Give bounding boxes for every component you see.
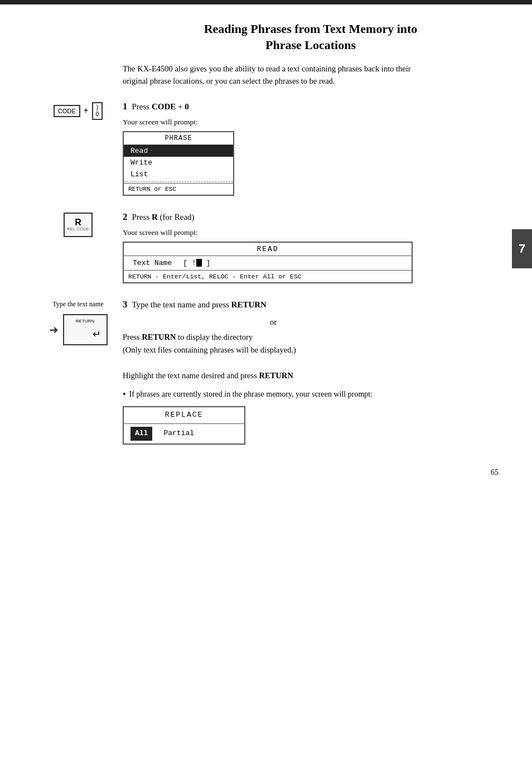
- phrase-screen-footer: RETURN or ESC: [124, 183, 233, 195]
- step-number-2: 2: [123, 211, 128, 223]
- page-container: Reading Phrases from Text Memory into Ph…: [0, 4, 532, 494]
- read-screen-footer: RETURN - Enter/List, RELOC - Enter All o…: [124, 270, 412, 282]
- zero-key: ) 0: [92, 102, 103, 120]
- step-2-title: 2 Press R (for Read): [123, 211, 499, 223]
- step-3-block: Type the text name ➜ RETURN ↵ 3 Type the…: [33, 299, 499, 445]
- replace-all-option: All: [130, 427, 152, 441]
- step-2-icon-area: R REL CODE: [33, 211, 123, 237]
- phrase-row-write: Write: [124, 157, 233, 168]
- r-key: R REL CODE: [64, 213, 93, 237]
- highlight-text: Highlight the text name desired and pres…: [123, 369, 424, 382]
- cursor-block: [196, 259, 202, 267]
- step-3-extra: or Press RETURN to display the directory…: [123, 316, 424, 445]
- replace-screen-title: REPLACE: [124, 407, 244, 424]
- replace-row: All Partial: [124, 424, 244, 444]
- step-1-content: 1 Press CODE + 0 Your screen will prompt…: [123, 101, 499, 196]
- step-number-1: 1: [123, 101, 128, 112]
- step-1-screen-prompt: Your screen will prompt:: [123, 118, 499, 127]
- arrow-right-icon: ➜: [49, 323, 59, 336]
- read-screen-title: READ: [124, 243, 412, 256]
- step-number-3: 3: [123, 299, 128, 310]
- phrase-screen-title: PHRASE: [124, 132, 233, 145]
- step-2-screen-prompt: Your screen will prompt:: [123, 228, 499, 237]
- page-title: Reading Phrases from Text Memory into Ph…: [123, 21, 499, 53]
- step-1-icon-area: CODE + ) 0: [33, 101, 123, 120]
- read-screen-row: Text Name [ ! ]: [124, 256, 412, 270]
- step-3-content: 3 Type the text name and press RETURN or…: [123, 299, 499, 445]
- code-key-combo: CODE + ) 0: [54, 102, 103, 120]
- text-name-label: Text Name: [133, 259, 172, 267]
- page-number: 65: [491, 468, 499, 477]
- chapter-tab: 7: [512, 229, 532, 268]
- step-1-block: CODE + ) 0 1 Press CODE + 0 Your screen …: [33, 101, 499, 196]
- replace-screen: REPLACE All Partial: [123, 406, 245, 445]
- read-field: [ ! ]: [183, 259, 210, 267]
- bullet-dot: •: [123, 388, 126, 401]
- replace-partial-option: Partial: [163, 428, 194, 440]
- step-2-block: R REL CODE 2 Press R (for Read) Your scr…: [33, 211, 499, 283]
- code-key: CODE: [54, 105, 80, 117]
- step-3-title: 3 Type the text name and press RETURN: [123, 299, 499, 310]
- phrase-row-list: List: [124, 168, 233, 180]
- read-screen: READ Text Name [ ! ] RETURN - Enter/List…: [123, 242, 413, 283]
- bullet-item: • If phrases are currently stored in the…: [123, 388, 424, 401]
- phrase-screen: PHRASE Read Write List RETURN or ESC: [123, 131, 234, 196]
- return-key-area: ➜ RETURN ↵: [49, 314, 108, 345]
- press-return-text: Press RETURN to display the directory (O…: [123, 331, 424, 356]
- top-bar: [0, 0, 532, 4]
- phrase-row-read: Read: [124, 145, 233, 157]
- phrase-dotted-line: [124, 181, 233, 182]
- intro-paragraph: The KX-E4500 also gives you the ability …: [123, 63, 435, 88]
- or-line: or: [123, 316, 424, 329]
- type-label: Type the text name: [52, 300, 103, 309]
- step-1-title: 1 Press CODE + 0: [123, 101, 499, 112]
- step-2-content: 2 Press R (for Read) Your screen will pr…: [123, 211, 499, 283]
- plus-sign: +: [84, 106, 89, 116]
- step-3-icon-area: Type the text name ➜ RETURN ↵: [33, 299, 123, 345]
- return-key: RETURN ↵: [63, 314, 108, 345]
